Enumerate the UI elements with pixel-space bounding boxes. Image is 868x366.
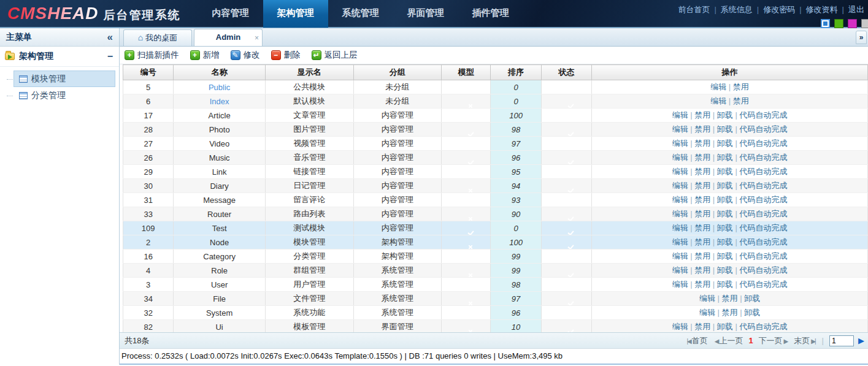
op-link-代码自动完成[interactable]: 代码自动完成 — [739, 265, 787, 275]
op-link-卸载[interactable]: 卸载 — [717, 124, 733, 134]
op-link-禁用[interactable]: 禁用 — [694, 167, 710, 176]
op-link-禁用[interactable]: 禁用 — [694, 251, 710, 261]
top-link-修改密码[interactable]: 修改密码 — [763, 5, 795, 14]
op-link-禁用[interactable]: 禁用 — [694, 139, 710, 148]
op-link-代码自动完成[interactable]: 代码自动完成 — [739, 209, 787, 218]
op-link-禁用[interactable]: 禁用 — [733, 82, 749, 91]
theme-gray-swatch[interactable] — [861, 19, 868, 28]
op-link-代码自动完成[interactable]: 代码自动完成 — [739, 139, 787, 148]
op-link-禁用[interactable]: 禁用 — [694, 110, 710, 120]
op-link-代码自动完成[interactable]: 代码自动完成 — [739, 181, 787, 190]
op-link-编辑[interactable]: 编辑 — [699, 308, 715, 317]
module-name-link[interactable]: Index — [210, 97, 229, 106]
sidebar-collapse-icon[interactable]: « — [107, 32, 113, 42]
op-link-代码自动完成[interactable]: 代码自动完成 — [739, 280, 787, 289]
nav-item-架构管理[interactable]: 架构管理 — [263, 0, 328, 28]
top-link-前台首页[interactable]: 前台首页 — [678, 5, 710, 14]
nav-item-系统管理[interactable]: 系统管理 — [328, 0, 393, 28]
op-link-卸载[interactable]: 卸载 — [717, 223, 733, 232]
op-link-代码自动完成[interactable]: 代码自动完成 — [739, 153, 787, 162]
op-link-禁用[interactable]: 禁用 — [694, 209, 710, 218]
theme-green-swatch[interactable] — [834, 19, 843, 28]
op-link-编辑[interactable]: 编辑 — [672, 153, 688, 162]
op-link-编辑[interactable]: 编辑 — [710, 96, 726, 105]
op-link-编辑[interactable]: 编辑 — [710, 82, 726, 91]
op-link-禁用[interactable]: 禁用 — [694, 280, 710, 289]
go-to-page-button[interactable]: ▶ — [858, 336, 864, 345]
op-link-禁用[interactable]: 禁用 — [694, 181, 710, 190]
theme-magenta-swatch[interactable] — [848, 19, 857, 28]
top-link-修改资料[interactable]: 修改资料 — [806, 5, 838, 14]
op-link-代码自动完成[interactable]: 代码自动完成 — [739, 195, 787, 204]
op-link-禁用[interactable]: 禁用 — [694, 265, 710, 275]
op-link-卸载[interactable]: 卸载 — [717, 139, 733, 148]
op-link-卸载[interactable]: 卸载 — [717, 153, 733, 162]
op-link-编辑[interactable]: 编辑 — [672, 265, 688, 275]
op-link-禁用[interactable]: 禁用 — [733, 96, 749, 105]
op-link-卸载[interactable]: 卸载 — [717, 322, 733, 331]
next-page-button[interactable]: 下一页▶ — [759, 335, 789, 346]
top-link-系统信息[interactable]: 系统信息 — [721, 5, 753, 14]
op-link-编辑[interactable]: 编辑 — [672, 223, 688, 232]
toolbar-button-修改[interactable]: ✎修改 — [231, 50, 260, 61]
first-page-button[interactable]: |◀首页 — [685, 335, 707, 346]
op-link-卸载[interactable]: 卸载 — [717, 237, 733, 246]
toolbar-button-删除[interactable]: −删除 — [271, 50, 301, 61]
op-link-编辑[interactable]: 编辑 — [672, 209, 688, 218]
toolbar-button-扫描新插件[interactable]: +扫描新插件 — [125, 50, 179, 61]
top-link-退出[interactable]: 退出 — [848, 5, 864, 14]
last-page-button[interactable]: 末页▶| — [794, 335, 816, 346]
sidebar-item-模块管理[interactable]: 模块管理 — [13, 71, 115, 87]
sidebar-item-分类管理[interactable]: 分类管理 — [13, 87, 115, 104]
op-link-卸载[interactable]: 卸载 — [744, 294, 760, 303]
op-link-卸载[interactable]: 卸载 — [717, 195, 733, 204]
nav-item-内容管理[interactable]: 内容管理 — [198, 0, 263, 28]
op-link-编辑[interactable]: 编辑 — [672, 195, 688, 204]
op-link-编辑[interactable]: 编辑 — [672, 181, 688, 190]
op-link-卸载[interactable]: 卸载 — [717, 167, 733, 176]
tab-Admin[interactable]: Admin× — [194, 29, 263, 46]
op-link-卸载[interactable]: 卸载 — [717, 110, 733, 120]
tab-我的桌面[interactable]: ⌂我的桌面 — [123, 29, 192, 46]
op-link-卸载[interactable]: 卸载 — [717, 251, 733, 261]
op-link-卸载[interactable]: 卸载 — [744, 308, 760, 317]
op-link-编辑[interactable]: 编辑 — [672, 139, 688, 148]
op-link-编辑[interactable]: 编辑 — [672, 251, 688, 261]
op-link-代码自动完成[interactable]: 代码自动完成 — [739, 322, 787, 331]
toolbar-button-新增[interactable]: +新增 — [190, 50, 220, 61]
op-link-编辑[interactable]: 编辑 — [672, 167, 688, 176]
op-link-禁用[interactable]: 禁用 — [694, 223, 710, 232]
page-number-input[interactable] — [829, 335, 854, 346]
nav-item-界面管理[interactable]: 界面管理 — [393, 0, 458, 28]
op-link-禁用[interactable]: 禁用 — [722, 294, 738, 303]
op-link-编辑[interactable]: 编辑 — [672, 237, 688, 246]
nav-item-插件管理[interactable]: 插件管理 — [458, 0, 523, 28]
op-link-禁用[interactable]: 禁用 — [694, 237, 710, 246]
op-link-代码自动完成[interactable]: 代码自动完成 — [739, 251, 787, 261]
op-link-禁用[interactable]: 禁用 — [694, 153, 710, 162]
op-link-代码自动完成[interactable]: 代码自动完成 — [739, 124, 787, 134]
op-link-代码自动完成[interactable]: 代码自动完成 — [739, 237, 787, 246]
op-link-禁用[interactable]: 禁用 — [722, 308, 738, 317]
op-link-禁用[interactable]: 禁用 — [694, 195, 710, 204]
op-link-编辑[interactable]: 编辑 — [672, 110, 688, 120]
op-link-禁用[interactable]: 禁用 — [694, 124, 710, 134]
toolbar-button-返回上层[interactable]: ↵返回上层 — [312, 50, 358, 61]
op-link-代码自动完成[interactable]: 代码自动完成 — [739, 223, 787, 232]
op-link-卸载[interactable]: 卸载 — [717, 265, 733, 275]
op-link-卸载[interactable]: 卸载 — [717, 209, 733, 218]
section-collapse-icon[interactable]: − — [107, 51, 113, 62]
op-link-编辑[interactable]: 编辑 — [672, 124, 688, 134]
op-link-代码自动完成[interactable]: 代码自动完成 — [739, 110, 787, 120]
op-link-卸载[interactable]: 卸载 — [717, 181, 733, 190]
module-name-link[interactable]: Public — [209, 83, 230, 92]
op-link-编辑[interactable]: 编辑 — [672, 280, 688, 289]
tab-scroll-button[interactable]: » — [856, 31, 867, 44]
op-link-禁用[interactable]: 禁用 — [694, 322, 710, 331]
sidebar-section-jiagou[interactable]: 架构管理 − — [0, 47, 119, 67]
op-link-编辑[interactable]: 编辑 — [672, 322, 688, 331]
close-icon[interactable]: × — [255, 30, 259, 46]
prev-page-button[interactable]: ◀上一页 — [713, 335, 743, 346]
op-link-编辑[interactable]: 编辑 — [699, 294, 715, 303]
op-link-卸载[interactable]: 卸载 — [717, 280, 733, 289]
